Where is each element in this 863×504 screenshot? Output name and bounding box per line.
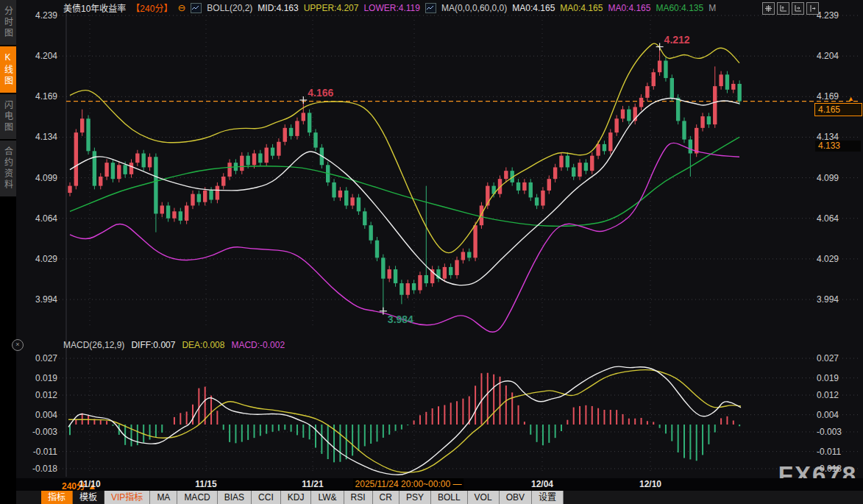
toolbar-tab-指标[interactable]: 指标 (41, 491, 73, 504)
toolbar-tab-CCI[interactable]: CCI (252, 491, 281, 504)
date-label-11/15: 11/15 (195, 479, 216, 489)
date-label-12/04: 12/04 (531, 479, 553, 489)
svg-text:4.212: 4.212 (664, 34, 690, 46)
toolbar-tab-LW&[interactable]: LW& (311, 491, 344, 504)
macd-tick-left: 0.019 (16, 373, 57, 383)
period-label[interactable]: 【240分】 (131, 1, 172, 14)
svg-text:4.166: 4.166 (308, 87, 333, 99)
toolbar-tab-MACD[interactable]: MACD (177, 491, 217, 504)
ma0-yellow-value: MA0:4.165 (560, 3, 603, 13)
toolbar-tab-RSI[interactable]: RSI (344, 491, 373, 504)
sidebar-item-闪电图[interactable]: 闪电图 (0, 94, 16, 139)
toolbar-tab-设置[interactable]: 设置 (532, 491, 564, 504)
left-sidebar: 分时图K线图闪电图合约资料 (0, 0, 16, 504)
toolbar-tab-BIAS[interactable]: BIAS (218, 491, 252, 504)
ma60-price-tag: 4.133 (815, 141, 861, 152)
ma60-value: MA60:4.135 (656, 3, 703, 13)
price-tick-left: 4.134 (16, 132, 57, 142)
macd-tick-right: -0.003 (817, 427, 842, 437)
price-tick-right: 4.029 (817, 254, 839, 264)
price-tick-left: 4.064 (16, 213, 57, 224)
indicator-toolbar: 指标模板VIP指标MAMACDBIASCCIKDJLW&RSICRPSYBOLL… (16, 491, 863, 504)
toolbar-tab-VOL[interactable]: VOL (468, 491, 500, 504)
x-axis-scale-icon[interactable] (792, 2, 804, 15)
sidebar-item-K线图[interactable]: K线图 (0, 46, 16, 93)
chart-application: 4.1664.2123.984 分时图K线图闪电图合约资料 美债10年收益率 【… (0, 0, 863, 504)
ma-name-label: MA(0,0,0,60,0,0) (441, 3, 507, 13)
candlestick-macd-chart[interactable]: 4.1664.2123.984 (0, 0, 863, 504)
boll-name-label: BOLL(20,2) (207, 3, 252, 13)
price-tick-left: 3.994 (16, 294, 57, 305)
collapse-indicator-pane-icon[interactable]: × (12, 339, 24, 351)
toolbar-tab-OBV[interactable]: OBV (500, 491, 532, 504)
mini-chart-icon[interactable] (191, 3, 202, 13)
symbol-title: 美债10年收益率 (63, 1, 126, 14)
boll-mid-value: MID:4.163 (258, 3, 298, 13)
collapse-period-icon[interactable]: ⊖ (177, 4, 185, 13)
macd-tick-right: 0.027 (817, 353, 839, 363)
macd-tick-right: 0.012 (817, 390, 839, 400)
macd-tick-left: 0.004 (16, 410, 57, 420)
price-tick-right: 3.994 (817, 294, 839, 305)
toolbar-tab-BOLL[interactable]: BOLL (431, 491, 468, 504)
date-label-12/10: 12/10 (639, 479, 661, 489)
macd-value: MACD:-0.002 (231, 340, 285, 350)
price-tick-left: 4.029 (16, 254, 57, 264)
toolbar-tab-KDJ[interactable]: KDJ (281, 491, 312, 504)
toolbar-tab-模板[interactable]: 模板 (73, 491, 104, 504)
toolbar-tab-PSY[interactable]: PSY (399, 491, 431, 504)
price-tick-right: 4.169 (817, 91, 839, 102)
macd-tick-right: 0.004 (817, 410, 839, 420)
date-label-11/10: 11/10 (79, 479, 100, 489)
macd-tick-right: 0.019 (817, 373, 839, 383)
price-tick-left: 4.169 (16, 91, 57, 102)
sidebar-item-分时图[interactable]: 分时图 (0, 0, 16, 45)
macd-title: MACD(26,12,9) (63, 340, 124, 350)
macd-tick-left: 0.012 (16, 390, 57, 400)
collapse-panel-icon[interactable] (806, 2, 819, 15)
sidebar-item-合约资料[interactable]: 合约资料 (0, 141, 16, 196)
macd-dea-value: DEA:0.008 (182, 340, 224, 350)
price-tick-left: 4.204 (16, 51, 57, 61)
toolbar-spacer (16, 491, 41, 504)
price-up-arrow-icon: ▲ (848, 95, 854, 102)
price-pane-header: 美债10年收益率 【240分】 ⊖ BOLL(20,2) MID:4.163 U… (63, 2, 716, 13)
macd-tick-left: -0.003 (16, 427, 57, 437)
macd-tick-right: -0.011 (817, 447, 841, 457)
boll-upper-value: UPPER:4.207 (304, 3, 359, 13)
mini-chart-icon[interactable] (425, 3, 436, 13)
price-tick-right: 4.204 (817, 51, 839, 61)
ma-suffix-label: M (708, 3, 716, 13)
toolbar-tab-CR[interactable]: CR (373, 491, 399, 504)
price-tick-right: 4.064 (817, 213, 839, 224)
current-price-tag: 4.165 (814, 103, 862, 116)
current-bar-time-label: 2025/11/24 20:00~00:00 — (353, 478, 464, 491)
toolbar-tab-MA[interactable]: MA (150, 491, 177, 504)
window-controls (762, 2, 819, 15)
macd-tick-left: 0.027 (16, 353, 57, 363)
y-axis-scale-icon[interactable] (777, 2, 789, 15)
date-label-11/21: 11/21 (302, 479, 323, 489)
price-tick-right: 4.099 (817, 173, 839, 183)
toolbar-tab-VIP指标[interactable]: VIP指标 (104, 491, 150, 504)
macd-tick-left: -0.011 (16, 447, 57, 457)
svg-text:3.984: 3.984 (388, 313, 413, 325)
macd-tick-left: -0.018 (16, 464, 57, 474)
ma0-magenta-value: MA0:4.165 (608, 3, 650, 13)
price-tick-left: 4.099 (16, 173, 57, 183)
price-tick-right: 4.239 (817, 10, 839, 21)
ma0-white-value: MA0:4.165 (512, 3, 555, 13)
macd-pane-header: MACD(26,12,9) DIFF:0.007 DEA:0.008 MACD:… (63, 340, 285, 350)
price-tick-left: 4.239 (16, 10, 57, 21)
pan-icon[interactable] (762, 2, 775, 15)
macd-diff-value: DIFF:0.007 (131, 340, 175, 350)
boll-lower-value: LOWER:4.119 (363, 3, 419, 13)
time-axis: 240分 ▲ 2025/11/24 20:00~00:00 — 11/1011/… (16, 478, 863, 491)
